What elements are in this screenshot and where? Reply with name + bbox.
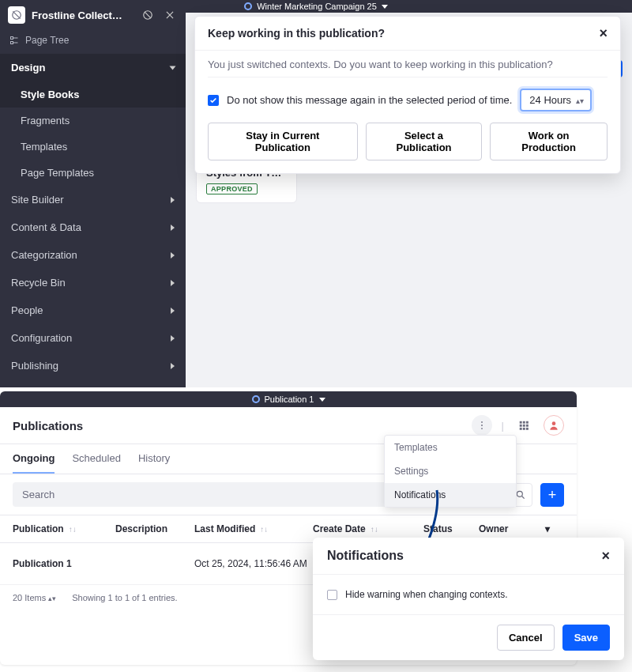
modal-message: You just switched contexts. Do you want …: [208, 59, 608, 77]
chevron-right-icon: [171, 308, 175, 314]
page-tree-label: Page Tree: [25, 35, 69, 46]
sidebar: Frostline Collect… Page Tree Design Styl…: [0, 0, 186, 387]
svg-rect-13: [520, 428, 522, 430]
svg-rect-7: [520, 421, 522, 424]
svg-point-5: [481, 425, 483, 426]
chevron-right-icon: [171, 197, 175, 203]
context-name: Winter Marketing Campaign 25: [257, 2, 377, 11]
sidebar-item-page-templates[interactable]: Page Templates: [0, 160, 186, 186]
tab-ongoing[interactable]: Ongoing: [13, 444, 55, 474]
chevron-right-icon: [171, 363, 175, 369]
chevron-down-icon[interactable]: [319, 398, 325, 402]
sidebar-item-style-books[interactable]: Style Books: [0, 81, 186, 108]
chevron-right-icon: [171, 225, 175, 231]
site-logo-icon: [8, 6, 25, 24]
sidebar-item-templates[interactable]: Templates: [0, 134, 186, 160]
svg-point-16: [552, 421, 556, 425]
stay-button[interactable]: Stay in Current Publication: [208, 123, 358, 160]
select-updown-icon: ▴▾: [576, 96, 584, 104]
duration-select[interactable]: 24 Hours ▴▾: [520, 89, 592, 111]
page-tree-link[interactable]: Page Tree: [0, 30, 186, 54]
chevron-right-icon: [171, 335, 175, 342]
dropdown-item-templates[interactable]: Templates: [385, 436, 516, 459]
hide-warning-checkbox[interactable]: [327, 590, 337, 600]
disable-icon[interactable]: [140, 7, 156, 23]
publication-dot-icon: [244, 2, 252, 10]
modal-title: Keep working in this publication?: [208, 27, 385, 40]
svg-rect-8: [523, 421, 525, 424]
tab-scheduled[interactable]: Scheduled: [72, 444, 120, 474]
cell-last-modified: Oct 25, 2024, 11:56:46 AM: [194, 553, 313, 575]
checkbox-label: Do not show this message again in the se…: [227, 94, 512, 106]
select-publication-button[interactable]: Select a Publication: [366, 123, 483, 160]
svg-rect-14: [523, 428, 525, 430]
svg-rect-11: [523, 425, 525, 427]
svg-rect-12: [526, 425, 529, 427]
chevron-right-icon: [171, 280, 175, 286]
sidebar-item-publishing[interactable]: Publishing: [0, 352, 186, 379]
add-publication-button[interactable]: +: [540, 483, 564, 507]
svg-rect-10: [520, 425, 522, 427]
save-button[interactable]: Save: [562, 625, 610, 651]
svg-rect-9: [526, 421, 529, 424]
context-switch-modal: Keep working in this publication? × You …: [194, 16, 621, 174]
kebab-men�on[interactable]: [472, 415, 492, 436]
sort-icon[interactable]: ↑↓: [69, 525, 77, 534]
close-sidebar-icon[interactable]: [162, 7, 178, 23]
sidebar-item-fragments[interactable]: Fragments: [0, 108, 186, 134]
showing-text: Showing 1 to 1 of 1 entries.: [72, 593, 177, 602]
apps-icon[interactable]: [514, 415, 534, 436]
column-menu-icon[interactable]: ▾: [534, 523, 550, 534]
sort-icon[interactable]: ↑↓: [260, 525, 268, 534]
cell-publication: Publication 1: [13, 553, 115, 575]
sidebar-item-categorization[interactable]: Categorization: [0, 241, 186, 269]
svg-rect-15: [526, 428, 529, 430]
svg-rect-3: [11, 42, 13, 44]
context-bar-2: Publication 1: [0, 391, 577, 407]
status-badge: APPROVED: [206, 183, 258, 194]
user-avatar-icon[interactable]: [544, 415, 564, 436]
items-count[interactable]: 20 Items ▴▾: [13, 593, 56, 602]
publication-dot-icon: [252, 395, 260, 403]
svg-point-17: [517, 491, 522, 496]
close-icon[interactable]: ×: [599, 26, 608, 40]
dropdown-item-notifications[interactable]: Notifications: [385, 483, 516, 507]
sidebar-item-recycle-bin[interactable]: Recycle Bin: [0, 269, 186, 296]
notif-title: Notifications: [327, 549, 404, 563]
sidebar-section-design[interactable]: Design: [0, 54, 186, 81]
chevron-down-icon: [170, 66, 176, 70]
sidebar-item-people[interactable]: People: [0, 296, 186, 324]
sidebar-item-site-builder[interactable]: Site Builder: [0, 186, 186, 213]
svg-point-4: [481, 421, 483, 423]
sort-icon[interactable]: ↑↓: [371, 525, 378, 534]
hide-warning-label: Hide warning when changing contexts.: [345, 589, 507, 600]
dropdown-item-settings[interactable]: Settings: [385, 459, 516, 483]
dont-show-checkbox[interactable]: [208, 95, 219, 106]
cell-description: [115, 553, 194, 575]
options-dropdown: Templates Settings Notifications: [384, 435, 517, 508]
page-title: Publications: [13, 419, 83, 432]
cancel-button[interactable]: Cancel: [497, 625, 555, 651]
chevron-right-icon: [171, 252, 175, 259]
svg-point-6: [481, 428, 483, 429]
close-icon[interactable]: ×: [601, 549, 610, 563]
svg-rect-2: [11, 37, 13, 40]
sidebar-item-configuration[interactable]: Configuration: [0, 324, 186, 352]
tab-history[interactable]: History: [138, 444, 170, 474]
work-production-button[interactable]: Work on Production: [490, 123, 608, 160]
notifications-modal: Notifications × Hide warning when changi…: [313, 538, 624, 660]
chevron-down-icon[interactable]: [382, 5, 388, 9]
sidebar-item-content-data[interactable]: Content & Data: [0, 213, 186, 241]
site-name: Frostline Collect…: [32, 9, 134, 21]
